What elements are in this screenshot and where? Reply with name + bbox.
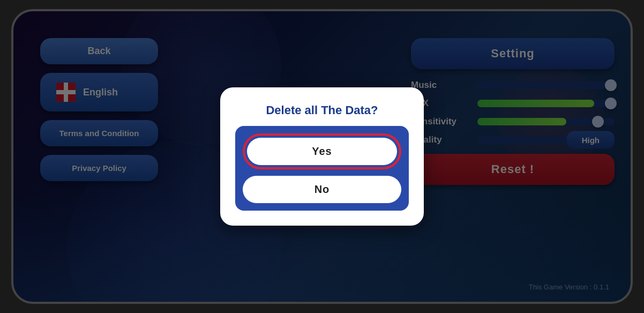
yes-button[interactable]: Yes — [247, 138, 397, 165]
yes-button-wrapper: Yes — [243, 133, 401, 169]
modal-overlay: Delete all The Data? Yes No — [13, 11, 631, 302]
modal-buttons-container: Yes No — [235, 126, 409, 211]
modal-dialog: Delete all The Data? Yes No — [220, 87, 424, 226]
no-button[interactable]: No — [243, 176, 401, 203]
device-frame: Back English Terms and Condition Privacy… — [11, 9, 633, 304]
modal-title: Delete all The Data? — [266, 103, 378, 117]
